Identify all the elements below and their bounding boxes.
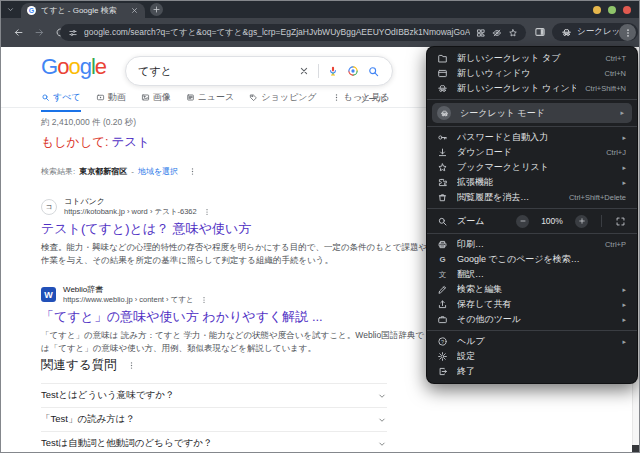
serp-tab-label: ショッピング bbox=[261, 91, 316, 104]
submenu-arrow-icon: ▸ bbox=[622, 286, 626, 294]
tab-close-icon[interactable] bbox=[130, 6, 139, 15]
clear-search-icon[interactable] bbox=[298, 65, 310, 77]
search-submit-icon[interactable] bbox=[367, 65, 380, 78]
incognito-icon bbox=[561, 27, 572, 38]
menu-item-find-and-edit[interactable]: 検索と編集▸ bbox=[427, 282, 637, 297]
svg-text:G: G bbox=[439, 255, 445, 264]
browser-toolbar: google.com/search?q=てすと&oq=てすと&gs_lcrp=E… bbox=[1, 18, 639, 47]
search-query[interactable]: てすと bbox=[138, 64, 290, 79]
serp-tab-label: ニュース bbox=[198, 91, 235, 104]
related-question-label: Testは自動詞と他動詞のどちらですか？ bbox=[41, 437, 212, 450]
menu-item-settings[interactable]: 設定 bbox=[427, 349, 637, 364]
result-url: https://kotobank.jp › word › テスト-6362 bbox=[64, 207, 197, 216]
minimize-button[interactable] bbox=[593, 6, 601, 14]
translate-icon: 文 bbox=[437, 269, 448, 280]
side-panel-button[interactable] bbox=[534, 26, 546, 38]
related-question-label: Testとはどういう意味ですか？ bbox=[41, 389, 174, 402]
google-lens-icon[interactable] bbox=[347, 65, 359, 77]
menu-item-downloads[interactable]: ダウンロードCtrl+J bbox=[427, 145, 637, 160]
fullscreen-icon[interactable] bbox=[615, 216, 626, 227]
svg-text:?: ? bbox=[441, 339, 444, 345]
result-site-name: Weblio辞書 bbox=[63, 285, 208, 295]
menu-item-search-page-with-google[interactable]: GGoogle でこのページを検索… bbox=[427, 252, 637, 267]
result-snippet: 検査。能力・興味などの心理的特性の存否や程度を明らかにする目的で、一定の条件のも… bbox=[41, 241, 431, 267]
menu-item-more-tools[interactable]: その他のツール▸ bbox=[427, 312, 637, 327]
menu-item-new-incognito-window[interactable]: 新しいシークレット ウィンドウCtrl+Shift+N bbox=[427, 81, 637, 96]
bookmark-star-icon[interactable] bbox=[508, 28, 518, 38]
related-question-label: 「Test」の読み方は？ bbox=[41, 413, 135, 426]
location-label: 検索結果: bbox=[41, 166, 75, 177]
choose-area-link[interactable]: 地域を選択 bbox=[138, 166, 178, 177]
menu-item-print[interactable]: 印刷…Ctrl+P bbox=[427, 237, 637, 252]
voice-search-icon[interactable] bbox=[327, 65, 339, 77]
close-button[interactable] bbox=[623, 6, 631, 14]
menu-separator bbox=[427, 126, 637, 127]
edit-icon bbox=[437, 284, 448, 295]
video-icon bbox=[96, 93, 105, 102]
result-meta: コトバンクhttps://kotobank.jp › word › テスト-63… bbox=[64, 197, 211, 216]
maximize-button[interactable] bbox=[608, 6, 616, 14]
tools-button[interactable]: ツール bbox=[359, 93, 386, 106]
chevron-down-icon[interactable] bbox=[377, 391, 387, 401]
download-icon bbox=[437, 147, 448, 158]
menu-item-bookmarks-lists[interactable]: ブックマークとリスト▸ bbox=[427, 160, 637, 175]
zoom-out-button[interactable] bbox=[516, 215, 529, 228]
serp-tab-label: 画像 bbox=[153, 91, 171, 104]
result-header: ココトバンクhttps://kotobank.jp › word › テスト-6… bbox=[41, 197, 433, 216]
google-logo-letter: o bbox=[57, 54, 68, 79]
menu-item-extensions[interactable]: 拡張機能▸ bbox=[427, 175, 637, 190]
chevron-down-icon[interactable] bbox=[377, 415, 387, 425]
related-more-icon[interactable] bbox=[127, 361, 136, 370]
url-text[interactable]: google.com/search?q=てすと&oq=てすと&gs_lcrp=E… bbox=[84, 27, 470, 39]
related-question[interactable]: 「Test」の読み方は？ bbox=[41, 407, 387, 431]
spelling-suggestion: もしかして:テスト bbox=[41, 134, 150, 151]
menu-item-translate[interactable]: 文翻訳… bbox=[427, 267, 637, 282]
puzzle-icon bbox=[437, 177, 448, 188]
address-bar[interactable]: google.com/search?q=てすと&oq=てすと&gs_lcrp=E… bbox=[60, 24, 526, 41]
forward-button[interactable] bbox=[34, 27, 45, 38]
back-button[interactable] bbox=[13, 27, 24, 38]
menu-item-new-incognito-tab[interactable]: 新しいシークレット タブCtrl+T bbox=[427, 51, 637, 66]
related-question[interactable]: Testは自動詞と他動詞のどちらですか？ bbox=[41, 431, 387, 453]
menu-item-label: 検索と編集 bbox=[457, 283, 613, 296]
serp-tab-動画[interactable]: 動画 bbox=[96, 91, 126, 112]
dots-vertical-icon bbox=[623, 28, 633, 38]
menu-item-incognito-mode[interactable]: シークレット モード▸ bbox=[432, 103, 632, 123]
tab-title: てすと - Google 検索 bbox=[41, 5, 125, 16]
site-settings-icon[interactable] bbox=[68, 28, 78, 38]
menu-item-shortcut: Ctrl+Shift+N bbox=[585, 84, 626, 93]
menu-item-help[interactable]: ?ヘルプ▸ bbox=[427, 334, 637, 349]
location-row: 検索結果: 東京都新宿区 - 地域を選択 bbox=[41, 166, 197, 177]
dots-v-icon[interactable] bbox=[203, 208, 211, 216]
eye-off-icon[interactable] bbox=[492, 28, 502, 38]
browser-tab[interactable]: G てすと - Google 検索 bbox=[21, 3, 145, 18]
menu-item-exit[interactable]: 終了 bbox=[427, 364, 637, 379]
menu-separator bbox=[427, 208, 637, 209]
news-icon bbox=[186, 93, 195, 102]
menu-item-passwords-autofill[interactable]: パスワードと自動入力▸ bbox=[427, 130, 637, 145]
dots-v-icon[interactable] bbox=[200, 296, 208, 304]
menu-item-clear-browsing-data[interactable]: 閲覧履歴を消去…Ctrl+Shift+Delete bbox=[427, 190, 637, 205]
zoom-in-button[interactable] bbox=[575, 215, 588, 228]
menu-item-zoom[interactable]: ズーム100% bbox=[427, 212, 637, 230]
chevron-down-icon[interactable] bbox=[377, 439, 387, 449]
location-more-icon[interactable] bbox=[188, 167, 197, 176]
new-tab-button[interactable] bbox=[150, 3, 163, 16]
related-question[interactable]: Testとはどういう意味ですか？ bbox=[41, 383, 387, 407]
serp-tab-ショッピング[interactable]: ショッピング bbox=[249, 91, 316, 112]
menu-item-save-and-share[interactable]: 保存して共有▸ bbox=[427, 297, 637, 312]
chrome-menu: 新しいシークレット タブCtrl+T新しいウィンドウCtrl+N新しいシークレッ… bbox=[426, 46, 638, 384]
serp-tab-画像[interactable]: 画像 bbox=[141, 91, 171, 112]
qr-code-icon[interactable] bbox=[476, 28, 486, 38]
serp-tab-ニュース[interactable]: ニュース bbox=[186, 91, 235, 112]
menu-item-label: ズーム bbox=[457, 215, 507, 228]
menu-item-new-window[interactable]: 新しいウィンドウCtrl+N bbox=[427, 66, 637, 81]
result-title-link[interactable]: 「てすと」の意味や使い方 わかりやすく解説 ... bbox=[41, 309, 433, 325]
suggestion-link[interactable]: テスト bbox=[111, 135, 149, 149]
tab-search-icon[interactable] bbox=[6, 5, 15, 14]
result-title-link[interactable]: テスト(てすと)とは？ 意味や使い方 bbox=[41, 221, 433, 237]
serp-tab-すべて[interactable]: すべて bbox=[41, 91, 81, 112]
search-box[interactable]: てすと bbox=[125, 56, 393, 86]
chrome-menu-button[interactable] bbox=[619, 24, 636, 41]
trash-icon bbox=[437, 192, 448, 203]
